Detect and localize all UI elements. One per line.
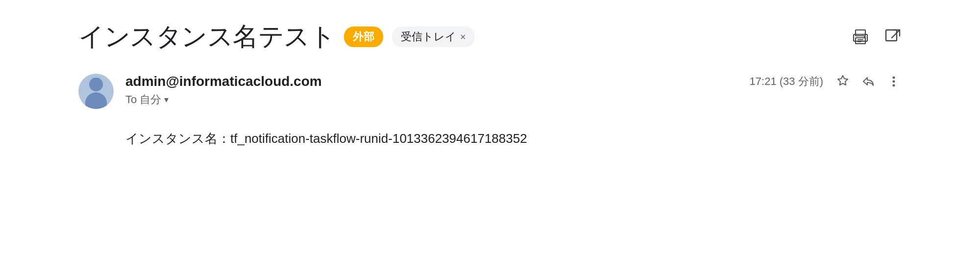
avatar-head <box>89 78 103 91</box>
sender-to-label: To 自分 <box>125 92 161 107</box>
avatar-body <box>85 92 107 109</box>
more-button[interactable] <box>886 74 902 89</box>
print-button[interactable] <box>852 28 869 46</box>
star-button[interactable] <box>835 74 851 89</box>
svg-point-8 <box>893 77 895 79</box>
sender-name-to-col: admin@informaticacloud.com To 自分 ▾ <box>125 74 738 107</box>
sender-time: 17:21 (33 分前) <box>750 74 823 89</box>
meta-actions <box>835 74 902 89</box>
print-icon <box>852 28 869 46</box>
header-actions <box>852 28 902 46</box>
svg-line-7 <box>892 30 900 38</box>
svg-point-9 <box>893 81 895 83</box>
svg-point-10 <box>893 84 895 87</box>
sender-to[interactable]: To 自分 ▾ <box>125 92 738 107</box>
sender-row: admin@informaticacloud.com To 自分 ▾ 17:21… <box>78 74 902 109</box>
svg-point-5 <box>864 36 866 38</box>
svg-rect-4 <box>858 41 861 42</box>
avatar-person <box>85 78 107 109</box>
reply-icon <box>860 74 876 89</box>
email-subject: インスタンス名テスト <box>78 20 335 54</box>
open-external-icon <box>884 28 902 46</box>
open-external-button[interactable] <box>884 28 902 46</box>
email-header: インスタンス名テスト 外部 受信トレイ × <box>78 20 902 54</box>
sender-row-right: 17:21 (33 分前) <box>750 74 902 89</box>
reply-button[interactable] <box>860 74 876 89</box>
badge-inbox: 受信トレイ × <box>392 27 475 47</box>
badge-inbox-close-icon[interactable]: × <box>460 31 466 43</box>
email-body: インスタンス名：tf_notification-taskflow-runid-1… <box>125 129 902 149</box>
star-icon <box>835 74 851 89</box>
avatar <box>78 74 114 109</box>
sender-email: admin@informaticacloud.com <box>125 74 738 89</box>
svg-rect-0 <box>856 30 865 36</box>
sender-to-arrow: ▾ <box>164 94 169 105</box>
email-body-text: インスタンス名：tf_notification-taskflow-runid-1… <box>125 131 527 146</box>
more-icon <box>886 74 902 89</box>
svg-rect-6 <box>886 30 897 41</box>
email-title-area: インスタンス名テスト 外部 受信トレイ × <box>78 20 475 54</box>
svg-rect-3 <box>858 39 863 40</box>
badge-external: 外部 <box>344 27 383 47</box>
email-container: インスタンス名テスト 外部 受信トレイ × <box>49 0 931 169</box>
badge-inbox-label: 受信トレイ <box>401 29 456 44</box>
